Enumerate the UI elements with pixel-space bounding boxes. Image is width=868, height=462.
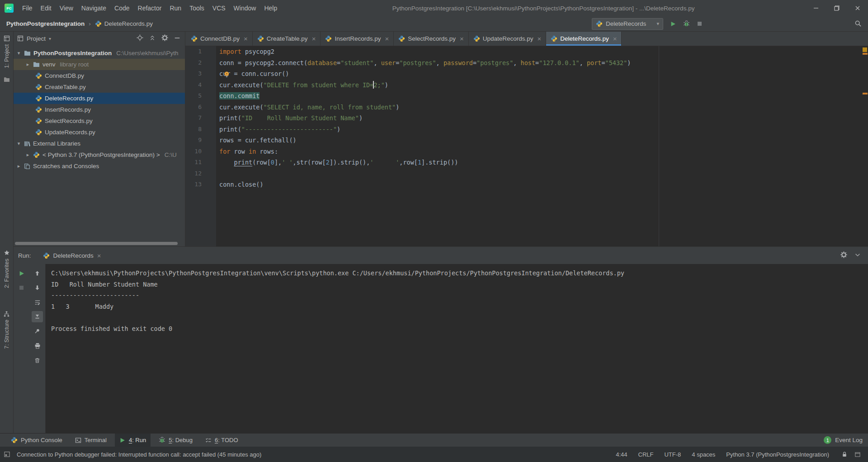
stop-button[interactable]: [16, 282, 27, 293]
chevron-right-icon[interactable]: ▸: [16, 163, 21, 169]
status-4-44[interactable]: 4:44: [616, 451, 627, 458]
chevron-down-icon[interactable]: ▾: [16, 141, 21, 146]
close-button[interactable]: [847, 0, 868, 16]
menu-file[interactable]: File: [18, 5, 37, 12]
scrollbar-error-mark[interactable]: [863, 53, 868, 55]
run-configuration-select[interactable]: DeleteRecords ▾: [592, 18, 663, 30]
editor-tab-connectdb-py[interactable]: ConnectDB.py×: [186, 32, 253, 46]
search-everywhere-icon[interactable]: [854, 20, 862, 27]
status-message[interactable]: Connection to Python debugger failed: In…: [17, 451, 261, 458]
menu-run[interactable]: Run: [165, 5, 185, 12]
toolwindow-4-run[interactable]: 4: Run: [115, 434, 151, 447]
tree-label: ConnectDB.py: [45, 72, 84, 79]
menu-edit[interactable]: Edit: [37, 5, 56, 12]
tree-item-venv[interactable]: ▸venvlibrary root: [14, 59, 185, 70]
hide-panel-icon[interactable]: [854, 252, 861, 259]
close-icon[interactable]: ×: [460, 35, 464, 42]
lock-icon[interactable]: [842, 451, 847, 457]
collapse-all-icon[interactable]: [149, 35, 156, 42]
tree-item-insertrecords-py[interactable]: InsertRecords.py: [14, 104, 185, 115]
toolwindow-switcher-icon[interactable]: [4, 451, 10, 457]
maximize-button[interactable]: [826, 0, 847, 16]
settings-icon[interactable]: [840, 251, 847, 259]
tree-item-scratches-and-consoles[interactable]: ▸Scratches and Consoles: [14, 160, 185, 172]
chevron-down-icon[interactable]: ▾: [16, 50, 21, 56]
code-editor[interactable]: 1import psycopg22conn = psycopg2.connect…: [185, 46, 868, 246]
editor-tab-selectrecords-py[interactable]: SelectRecords.py×: [394, 32, 469, 46]
frame-icon[interactable]: [854, 452, 861, 457]
down-button[interactable]: [32, 282, 43, 293]
pin-button[interactable]: [32, 325, 43, 337]
inspection-indicator[interactable]: [863, 47, 867, 52]
editor-tab-deleterecords-py[interactable]: DeleteRecords.py×: [546, 32, 622, 46]
close-icon[interactable]: ×: [244, 35, 248, 42]
editor-tab-createtable-py[interactable]: CreateTable.py×: [253, 32, 321, 46]
close-icon[interactable]: ×: [312, 35, 316, 42]
toolwindow-favorites-button[interactable]: 2: Favorites: [0, 248, 13, 290]
tree-item-python-3-7-pythonpostgresintegration[interactable]: ▸< Python 3.7 (PythonPostgresIntegration…: [14, 149, 185, 160]
chevron-right-icon[interactable]: ▸: [25, 61, 30, 67]
editor-tab-insertrecords-py[interactable]: InsertRecords.py×: [321, 32, 394, 46]
scrollbar-error-mark[interactable]: [863, 93, 868, 94]
tree-item-updaterecords-py[interactable]: UpdateRecords.py: [14, 127, 185, 138]
status-crlf[interactable]: CRLF: [638, 451, 654, 458]
menu-tools[interactable]: Tools: [185, 5, 208, 12]
console-line: ------------------------: [51, 290, 868, 301]
up-button[interactable]: [32, 268, 43, 279]
close-icon[interactable]: ×: [613, 35, 617, 42]
line-number: 11: [185, 157, 216, 168]
run-button[interactable]: [670, 21, 676, 27]
tree-item-selectrecords-py[interactable]: SelectRecords.py: [14, 115, 185, 127]
breadcrumb-project[interactable]: PythonPostgresIntegration: [6, 20, 85, 27]
event-log-area[interactable]: 1 Event Log: [824, 436, 863, 444]
run-content-tab[interactable]: DeleteRecords ×: [40, 247, 104, 264]
run-toolbar-primary: [14, 264, 29, 433]
softwrap-button[interactable]: [32, 297, 43, 308]
toolwindow-6-todo[interactable]: 6: TODO: [201, 434, 243, 447]
rerun-button[interactable]: [16, 268, 27, 279]
editor-tab-updaterecords-py[interactable]: UpdateRecords.py×: [469, 32, 547, 46]
chevron-right-icon[interactable]: ▸: [25, 152, 30, 158]
status-4-spaces[interactable]: 4 spaces: [692, 451, 715, 458]
event-log-label[interactable]: Event Log: [835, 437, 863, 443]
tree-item-createtable-py[interactable]: CreateTable.py: [14, 81, 185, 93]
menu-window[interactable]: Window: [230, 5, 260, 12]
toolwindow-project-button[interactable]: 1: Project: [0, 33, 13, 70]
tree-item-pythonpostgresintegration[interactable]: ▾PythonPostgresIntegrationC:\Users\ekhmu…: [14, 47, 185, 59]
toolwindow-structure-button[interactable]: 7: Structure: [0, 309, 13, 351]
project-panel-title[interactable]: Project: [27, 35, 46, 42]
close-icon[interactable]: ×: [385, 35, 389, 42]
intention-bulb-icon[interactable]: [223, 70, 230, 81]
tree-item-connectdb-py[interactable]: ConnectDB.py: [14, 70, 185, 81]
menu-code[interactable]: Code: [110, 5, 133, 12]
tree-item-deleterecords-py[interactable]: DeleteRecords.py: [14, 93, 185, 104]
print-button[interactable]: [32, 340, 43, 351]
clear-button[interactable]: [32, 354, 43, 366]
status-utf-8[interactable]: UTF-8: [664, 451, 681, 458]
debug-button[interactable]: [683, 20, 690, 27]
locate-icon[interactable]: [137, 34, 143, 42]
minimize-button[interactable]: [806, 0, 826, 16]
settings-icon[interactable]: [161, 34, 168, 42]
event-log-badge: 1: [824, 436, 831, 444]
scrollend-button[interactable]: [32, 311, 43, 322]
menu-vcs[interactable]: VCS: [208, 5, 230, 12]
toolwindow-folder-button[interactable]: [0, 75, 13, 84]
menu-view[interactable]: View: [56, 5, 77, 12]
horizontal-scrollbar[interactable]: [15, 242, 178, 245]
tree-item-external-libraries[interactable]: ▾External Libraries: [14, 138, 185, 149]
toolwindow-python-console[interactable]: Python Console: [6, 434, 67, 447]
status-python-3-7-pythonpostgresintegration-[interactable]: Python 3.7 (PythonPostgresIntegration): [726, 451, 829, 458]
toolwindow-5-debug[interactable]: 5: Debug: [154, 434, 197, 447]
hide-icon[interactable]: [174, 35, 180, 42]
close-icon[interactable]: ×: [97, 252, 101, 259]
toolwindow-terminal[interactable]: Terminal: [71, 434, 111, 447]
breadcrumb-file[interactable]: DeleteRecords.py: [104, 20, 153, 27]
menu-navigate[interactable]: Navigate: [77, 5, 110, 12]
close-icon[interactable]: ×: [538, 35, 542, 42]
console-output[interactable]: C:\Users\ekhmusi\PythonProjects\PythonPo…: [45, 264, 868, 433]
menu-help[interactable]: Help: [260, 5, 281, 12]
tree-label: InsertRecords.py: [45, 106, 91, 113]
stop-button[interactable]: [697, 21, 703, 27]
menu-refactor[interactable]: Refactor: [134, 5, 166, 12]
